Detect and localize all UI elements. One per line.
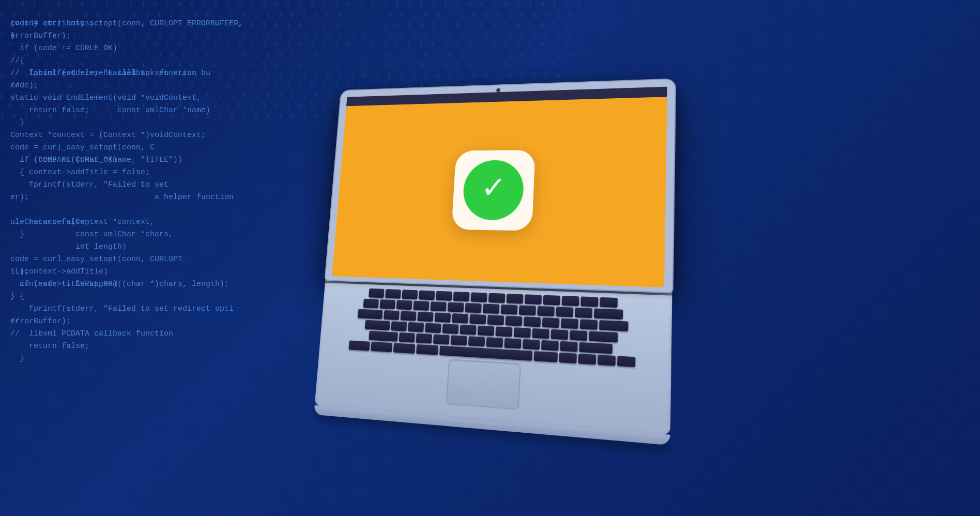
key-x <box>416 333 432 344</box>
check-icon-wrap: ✓ <box>451 150 535 231</box>
key-down <box>597 355 615 366</box>
key-0 <box>537 306 555 316</box>
key-f8 <box>506 294 523 304</box>
key-6 <box>465 303 481 313</box>
key-quote <box>570 330 587 341</box>
key-power <box>600 297 618 308</box>
key-lshift <box>369 331 398 342</box>
key-alt <box>393 343 415 354</box>
laptop-screen-content: ✓ <box>332 97 667 287</box>
key-f6 <box>470 292 487 302</box>
key-h <box>478 326 495 336</box>
key-f3 <box>419 290 435 300</box>
key-caps <box>365 320 390 330</box>
key-p <box>542 317 559 328</box>
key-u <box>487 315 504 325</box>
camera-dot <box>496 88 500 93</box>
key-semicolon <box>550 329 568 340</box>
key-f10 <box>543 295 560 306</box>
key-w <box>400 311 416 321</box>
key-f11 <box>561 296 579 306</box>
key-esc <box>369 289 384 298</box>
key-m <box>504 338 521 348</box>
key-rshift <box>579 342 612 354</box>
key-k <box>514 327 531 338</box>
key-return <box>589 331 618 342</box>
key-backtick <box>363 299 378 309</box>
key-comma <box>522 339 540 350</box>
key-lbracket <box>560 318 578 329</box>
key-t <box>452 313 468 324</box>
trackpad <box>446 359 521 410</box>
key-o <box>523 316 540 327</box>
key-f9 <box>524 294 541 305</box>
key-3 <box>413 301 429 311</box>
key-f <box>442 324 459 334</box>
key-f1 <box>385 289 401 299</box>
key-fn <box>348 340 370 351</box>
key-tab <box>358 309 383 320</box>
key-5 <box>447 302 464 312</box>
key-r <box>434 312 451 323</box>
key-v <box>450 335 467 345</box>
key-1 <box>379 299 395 309</box>
key-right <box>617 356 635 367</box>
key-f12 <box>580 296 598 307</box>
key-cmd-right <box>533 351 557 362</box>
key-b <box>468 336 485 346</box>
key-9 <box>518 305 535 315</box>
key-i <box>505 316 522 326</box>
key-up <box>578 354 596 365</box>
laptop-screen-bezel: ✓ <box>332 97 667 287</box>
key-n <box>486 337 503 347</box>
key-equals <box>574 308 592 318</box>
key-2 <box>396 300 412 310</box>
key-z <box>399 332 415 343</box>
key-e <box>417 312 433 322</box>
key-left <box>559 353 576 363</box>
key-g <box>460 325 476 335</box>
key-f7 <box>488 293 505 303</box>
key-f2 <box>402 290 418 299</box>
key-4 <box>430 301 447 311</box>
key-ctrl <box>371 342 392 352</box>
key-q <box>384 310 400 320</box>
key-f5 <box>453 292 469 301</box>
key-period <box>541 340 558 351</box>
key-7 <box>482 303 499 314</box>
check-circle: ✓ <box>462 160 525 220</box>
key-f4 <box>436 291 452 301</box>
key-j <box>495 326 512 337</box>
key-a <box>391 321 407 331</box>
key-s <box>408 322 424 332</box>
key-backslash <box>599 320 628 331</box>
key-y <box>469 314 486 325</box>
key-d <box>425 323 441 333</box>
key-slash <box>560 341 577 352</box>
key-minus <box>556 307 573 317</box>
key-c <box>433 335 449 345</box>
check-mark: ✓ <box>482 172 504 206</box>
key-l <box>532 328 549 339</box>
key-rbracket <box>579 319 598 330</box>
laptop-screen-outer: ✓ <box>325 79 675 292</box>
key-cmd-left <box>416 344 438 355</box>
laptop: ✓ <box>314 79 675 445</box>
key-delete <box>593 308 622 319</box>
key-8 <box>500 305 517 315</box>
